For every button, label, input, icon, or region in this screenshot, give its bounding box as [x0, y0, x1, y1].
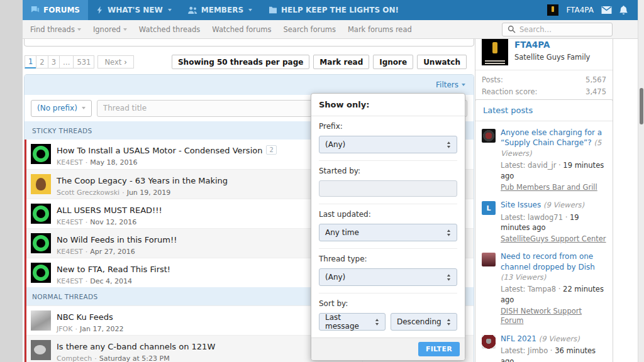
- thread-type-select[interactable]: (Any): [319, 268, 457, 286]
- subnav-watched-threads[interactable]: Watched threads: [139, 25, 201, 34]
- avatar[interactable]: [482, 129, 496, 143]
- select-arrows-icon: [447, 141, 451, 148]
- page-button-531[interactable]: 531: [73, 55, 94, 69]
- alerts-bell-icon[interactable]: [619, 6, 628, 15]
- scrollbar-track[interactable]: [638, 0, 644, 362]
- viewers-count: (9 Viewers): [539, 334, 580, 343]
- avatar[interactable]: [482, 253, 496, 266]
- tab-label: WHAT'S NEW: [108, 6, 163, 14]
- latest-post-title-link[interactable]: Anyone else charging for a “Supply Chain…: [501, 128, 602, 147]
- tab-whats-new[interactable]: WHAT'S NEW: [88, 0, 180, 20]
- page-button-3[interactable]: 3: [48, 55, 60, 69]
- thread-title-link[interactable]: The Coop Legacy - 63 Years in the Making: [57, 176, 228, 185]
- filter-submit-button[interactable]: FILTER: [418, 342, 460, 356]
- latest-post-title-link[interactable]: NFL 2021: [501, 334, 536, 343]
- search-input[interactable]: Search…: [502, 23, 613, 36]
- chevron-down-icon: [77, 28, 81, 31]
- chevron-down-icon: [168, 9, 172, 11]
- latest-post-meta: Latest: david_jr · 19 minutes ago: [501, 160, 606, 181]
- username-link[interactable]: FTA4PA: [566, 6, 594, 14]
- profile-username-link[interactable]: FTA4PA: [514, 40, 590, 50]
- avatar[interactable]: L: [482, 201, 496, 215]
- scrollbar-thumb[interactable]: [640, 88, 643, 124]
- separator: [83, 248, 91, 256]
- thread-author-link[interactable]: Comptech: [57, 354, 92, 362]
- page-left-gutter: [0, 0, 23, 362]
- page-ellipsis[interactable]: …: [59, 55, 74, 69]
- latest-post-title-link[interactable]: Need to record from one channel dropped …: [501, 252, 595, 271]
- avatar[interactable]: [31, 340, 51, 360]
- latest-post-title-link[interactable]: Site Issues: [501, 200, 541, 209]
- forum-link[interactable]: DISH Network Support Forum: [501, 307, 606, 326]
- avatar[interactable]: [482, 39, 508, 65]
- avatar[interactable]: [31, 263, 51, 283]
- ignore-button[interactable]: Ignore: [373, 55, 413, 69]
- subnav-find-threads[interactable]: Find threads: [30, 25, 81, 34]
- prefix-filter-select[interactable]: (Any): [319, 136, 457, 153]
- user-title: Satellite Guys Family: [514, 53, 590, 62]
- avatar[interactable]: [31, 174, 51, 194]
- thread-date-link[interactable]: May 18, 2016: [90, 158, 137, 167]
- thread-title-link[interactable]: How To Install a USALS Motor - Condensed…: [57, 146, 262, 155]
- chevron-down-icon: [462, 84, 465, 86]
- thread-title-link[interactable]: Is there any C-band channels on 121W: [57, 342, 215, 351]
- last-updated-select[interactable]: Any time: [319, 224, 457, 241]
- separator: [83, 218, 91, 226]
- avatar[interactable]: [482, 335, 496, 349]
- lightning-icon: [96, 6, 104, 14]
- thread-title-link[interactable]: NBC Ku Feeds: [57, 312, 113, 322]
- forums-icon: [31, 6, 40, 14]
- started-by-input[interactable]: [319, 180, 457, 197]
- avatar[interactable]: [31, 233, 51, 253]
- page-button-2[interactable]: 2: [36, 55, 48, 69]
- page-badge[interactable]: 2: [266, 145, 276, 155]
- thread-title-link[interactable]: ALL USERS MUST READ!!!: [57, 206, 162, 215]
- thread-author-link[interactable]: JFOK: [57, 325, 72, 333]
- filters-bar: Filters: [25, 75, 474, 95]
- avatar[interactable]: [31, 144, 51, 164]
- thread-author-link[interactable]: KE4EST: [57, 218, 83, 226]
- tab-forums[interactable]: FORUMS: [23, 0, 88, 20]
- thread-title-link[interactable]: New to FTA, Read This First!: [57, 265, 170, 274]
- search-icon: [508, 25, 516, 33]
- subnav-search-forums[interactable]: Search forums: [283, 25, 335, 34]
- search-placeholder: Search…: [519, 25, 552, 34]
- thread-author-link[interactable]: KE4EST: [57, 158, 83, 167]
- latest-posts-widget: Latest posts Anyone else charging for a …: [475, 99, 613, 362]
- thread-author-link[interactable]: KE4EST: [57, 277, 83, 285]
- prefix-select[interactable]: (No prefix): [31, 100, 92, 117]
- thread-author-link[interactable]: KE4EST: [57, 248, 83, 256]
- forum-link[interactable]: Pub Members Bar and Grill: [501, 183, 597, 193]
- tab-help-keep-lights-on[interactable]: HELP KEEP THE LIGHTS ON!: [260, 0, 407, 20]
- thread-date-link[interactable]: Saturday at 5:23 PM: [99, 354, 170, 362]
- threads-per-page-button[interactable]: Showing 50 threads per page: [172, 55, 309, 69]
- thread-date-link[interactable]: Jan 17, 2022: [80, 325, 123, 333]
- inbox-envelope-icon[interactable]: [601, 6, 612, 14]
- unwatch-button[interactable]: Unwatch: [417, 55, 467, 69]
- next-page-button[interactable]: Next: [97, 55, 133, 69]
- thread-author-link[interactable]: Scott Greczkowski: [57, 189, 119, 197]
- avatar[interactable]: [31, 204, 51, 224]
- user-avatar[interactable]: [547, 4, 558, 16]
- tab-members[interactable]: MEMBERS: [180, 0, 260, 20]
- thread-date-link[interactable]: Nov 12, 2016: [90, 218, 136, 226]
- avatar[interactable]: [31, 310, 51, 331]
- viewers-count: (9 Viewers): [543, 200, 584, 209]
- mark-read-button[interactable]: Mark read: [313, 55, 369, 69]
- page-button-1[interactable]: 1: [25, 55, 36, 69]
- subnav-watched-forums[interactable]: Watched forums: [212, 25, 271, 34]
- thread-date-link[interactable]: Jun 19, 2019: [127, 189, 171, 197]
- thread-date-link[interactable]: Dec 4, 2014: [90, 277, 132, 285]
- sort-field-select[interactable]: Last message: [319, 313, 386, 331]
- viewers-count: (13 Viewers): [501, 273, 546, 282]
- filters-dropdown-toggle[interactable]: Filters: [436, 80, 465, 89]
- select-arrows-icon: [447, 229, 451, 236]
- separator: [83, 158, 91, 167]
- subnav-ignored[interactable]: Ignored: [93, 25, 127, 34]
- thread-date-link[interactable]: Apr 27, 2016: [90, 248, 135, 256]
- forum-link[interactable]: SatelliteGuys Support Center: [501, 234, 606, 244]
- thread-title-link[interactable]: No Wild Feeds in this Forum!!: [57, 235, 177, 244]
- sort-direction-select[interactable]: Descending: [391, 313, 457, 331]
- subnav-mark-forums-read[interactable]: Mark forums read: [348, 25, 412, 34]
- tab-label: FORUMS: [43, 6, 80, 14]
